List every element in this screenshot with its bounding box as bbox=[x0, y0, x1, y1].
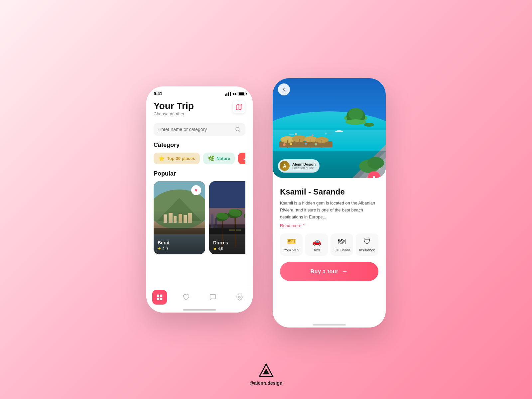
heart-nav-icon bbox=[183, 294, 190, 301]
svg-rect-28 bbox=[160, 295, 162, 297]
signal-icon bbox=[225, 92, 231, 96]
map-icon bbox=[235, 103, 243, 111]
guide-avatar: A bbox=[280, 161, 290, 171]
category-chip-top30-label: Top 30 places bbox=[167, 156, 195, 161]
search-bar[interactable] bbox=[154, 123, 245, 136]
bottom-navigation bbox=[146, 285, 253, 313]
svg-point-64 bbox=[312, 134, 314, 136]
arrow-icon: → bbox=[342, 268, 348, 275]
battery-icon bbox=[238, 92, 245, 95]
categories-list: ⭐ Top 30 places 🌿 Nature ☁ bbox=[154, 153, 245, 164]
berat-info: Berat ★ 4,9 bbox=[158, 240, 170, 251]
svg-point-40 bbox=[335, 130, 343, 132]
tickets-icon: 🎫 bbox=[287, 237, 296, 246]
nav-messages-button[interactable] bbox=[205, 290, 220, 305]
brand-footer: @alenn.design bbox=[249, 362, 282, 386]
nature-icon: 🌿 bbox=[208, 155, 214, 162]
svg-rect-9 bbox=[188, 213, 192, 223]
guide-name: Alenn Design bbox=[292, 162, 316, 166]
svg-rect-4 bbox=[164, 214, 167, 223]
popular-section-title: Popular bbox=[154, 170, 245, 177]
svg-rect-5 bbox=[169, 213, 173, 223]
svg-rect-29 bbox=[157, 298, 159, 300]
category-chip-nature[interactable]: 🌿 Nature bbox=[203, 153, 235, 164]
category-section-title: Category bbox=[154, 142, 245, 149]
tickets-label: from 50 $ bbox=[284, 248, 299, 252]
category-chip-top30[interactable]: ⭐ Top 30 places bbox=[154, 153, 200, 164]
service-insurance[interactable]: 🛡 Insurance bbox=[356, 233, 378, 256]
taxi-icon: 🚗 bbox=[312, 237, 321, 246]
brand-logo-svg bbox=[258, 362, 274, 379]
svg-point-18 bbox=[216, 212, 229, 220]
phone-1-container: 9:41 ▾▴ Your Trip Choose another bbox=[146, 86, 253, 313]
svg-point-39 bbox=[364, 123, 374, 127]
svg-rect-26 bbox=[215, 218, 217, 228]
place-card-berat[interactable]: ♥ Berat ★ 4,9 bbox=[154, 181, 205, 254]
berat-name: Berat bbox=[158, 240, 170, 245]
back-button[interactable] bbox=[278, 83, 290, 95]
hero-image: A Alenn Design Location guide ♥ bbox=[273, 78, 386, 178]
place-detail-title: Ksamil - Sarande bbox=[280, 187, 378, 197]
svg-point-31 bbox=[238, 296, 240, 298]
page-header: Your Trip Choose another bbox=[154, 101, 245, 121]
status-icons: ▾▴ bbox=[225, 91, 245, 96]
category-chip-more[interactable]: ☁ bbox=[238, 153, 245, 164]
category-chip-nature-label: Nature bbox=[216, 156, 230, 161]
nav-favorites-button[interactable] bbox=[179, 290, 194, 305]
svg-rect-6 bbox=[174, 216, 177, 223]
board-icon: 🍽 bbox=[338, 237, 345, 246]
svg-rect-8 bbox=[184, 215, 187, 223]
svg-point-38 bbox=[345, 119, 366, 125]
cloud-icon: ☁ bbox=[243, 155, 245, 162]
home-indicator bbox=[183, 309, 216, 311]
svg-line-19 bbox=[235, 214, 236, 248]
services-grid: 🎫 from 50 $ 🚗 Taxi 🍽 Full Board 🛡 Insura… bbox=[280, 233, 378, 256]
durres-name: Durres bbox=[213, 240, 228, 245]
nav-settings-button[interactable] bbox=[232, 290, 247, 305]
svg-rect-15 bbox=[229, 229, 241, 231]
svg-rect-27 bbox=[157, 295, 159, 297]
svg-point-60 bbox=[290, 143, 292, 145]
insurance-icon: 🛡 bbox=[363, 237, 371, 246]
service-taxi[interactable]: 🚗 Taxi bbox=[305, 233, 328, 256]
chat-icon bbox=[209, 294, 216, 301]
svg-point-63 bbox=[295, 133, 297, 135]
svg-rect-25 bbox=[211, 214, 213, 228]
popular-grid: ♥ Berat ★ 4,9 bbox=[154, 181, 245, 254]
heart-icon: ♥ bbox=[195, 188, 198, 193]
page-subtitle: Choose another bbox=[154, 111, 194, 116]
guide-info: Alenn Design Location guide bbox=[292, 162, 316, 170]
chevron-down-icon: ˅ bbox=[303, 223, 305, 228]
svg-point-17 bbox=[215, 211, 230, 223]
svg-point-37 bbox=[348, 108, 363, 120]
durres-rating: ★ 4,9 bbox=[213, 246, 228, 251]
star-icon: ★ bbox=[158, 246, 161, 251]
durres-info: Durres ★ 4,9 bbox=[213, 240, 228, 251]
service-board[interactable]: 🍽 Full Board bbox=[331, 233, 353, 256]
buy-tour-button[interactable]: Buy a tour → bbox=[280, 262, 378, 281]
status-bar: 9:41 ▾▴ bbox=[146, 86, 253, 97]
svg-rect-30 bbox=[160, 298, 162, 300]
svg-point-61 bbox=[305, 143, 307, 145]
nav-home-button[interactable] bbox=[152, 290, 167, 305]
svg-rect-7 bbox=[179, 214, 182, 223]
place-card-durres[interactable]: Durres ★ 4,9 bbox=[209, 181, 245, 254]
guide-role: Location guide bbox=[292, 166, 316, 170]
phone-2-container: A Alenn Design Location guide ♥ Ksamil -… bbox=[273, 78, 386, 328]
home-indicator-2 bbox=[313, 324, 346, 326]
insurance-label: Insurance bbox=[359, 248, 375, 252]
time-display: 9:41 bbox=[154, 91, 162, 96]
guide-badge: A Alenn Design Location guide bbox=[278, 159, 320, 173]
service-tickets[interactable]: 🎫 from 50 $ bbox=[280, 233, 303, 256]
berat-like-button[interactable]: ♥ bbox=[191, 185, 201, 195]
svg-point-23 bbox=[243, 211, 245, 220]
search-icon bbox=[235, 126, 241, 132]
svg-rect-13 bbox=[209, 208, 245, 228]
map-icon-button[interactable] bbox=[233, 101, 245, 113]
place-description: Ksamil is a hidden gem is located on the… bbox=[280, 200, 378, 220]
wifi-icon: ▾▴ bbox=[232, 91, 236, 96]
svg-point-65 bbox=[325, 133, 327, 135]
read-more-button[interactable]: Read more ˅ bbox=[280, 223, 378, 228]
search-input[interactable] bbox=[158, 127, 232, 132]
page-title: Your Trip bbox=[154, 101, 194, 111]
